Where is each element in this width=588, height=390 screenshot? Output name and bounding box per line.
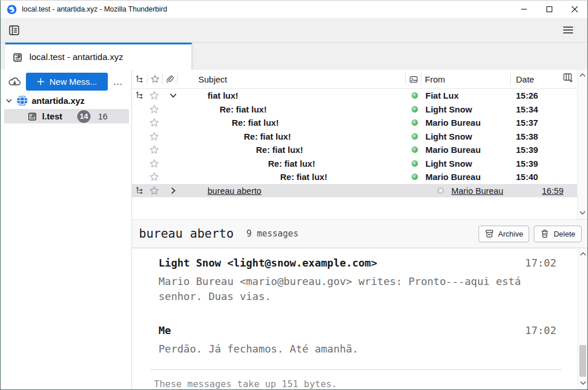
message-sender: Light Snow <light@snow.example.com> xyxy=(159,257,377,269)
from-cell: Mario Bureau xyxy=(448,186,537,196)
star-icon[interactable] xyxy=(147,117,161,129)
from-cell: Light Snow xyxy=(422,159,511,168)
message-list-scrollbar[interactable] xyxy=(577,70,587,219)
date-cell: 16:59 xyxy=(537,186,577,196)
star-icon[interactable] xyxy=(147,90,161,102)
message-time: 17:02 xyxy=(525,257,556,269)
maximize-button[interactable] xyxy=(537,1,562,18)
subject-column-label: Subject xyxy=(178,74,227,84)
scrollbar-thumb[interactable] xyxy=(579,345,586,377)
new-message-dot xyxy=(412,160,418,167)
message-summary[interactable]: Me 17:02 Perdão. Já fechamos. Até amanhã… xyxy=(159,324,556,357)
paperclip-icon xyxy=(165,75,174,84)
close-button[interactable] xyxy=(562,1,587,18)
from-column-label: From xyxy=(425,74,445,84)
subject-cell: fiat lux! xyxy=(184,91,407,100)
star-icon[interactable] xyxy=(147,144,161,156)
folder-pane-options-icon[interactable]: … xyxy=(113,76,123,88)
new-message-button[interactable]: New Mess... xyxy=(26,73,108,91)
message-row[interactable]: Re: fiat lux! Light Snow 15:34 xyxy=(132,103,577,117)
folder-item-ltest[interactable]: l.test 14 16 xyxy=(4,109,129,123)
spaces-toolbar-toggle-icon[interactable] xyxy=(6,22,21,38)
scroll-down-icon[interactable] xyxy=(578,211,587,215)
account-row[interactable]: antartida.xyz xyxy=(1,92,131,108)
subject-cell: Re: fiat lux! xyxy=(184,104,407,114)
message-time: 17:02 xyxy=(525,324,556,336)
expand-thread-icon[interactable] xyxy=(161,185,184,196)
subject-cell: Re: fiat lux! xyxy=(184,172,407,182)
thunderbird-logo-icon xyxy=(7,5,17,14)
tab-label: local.test - antartida.xyz xyxy=(29,52,123,62)
message-row[interactable]: Re: fiat lux! Light Snow 15:38 xyxy=(132,130,577,144)
thread-column-header[interactable] xyxy=(132,73,147,85)
globe-icon xyxy=(16,95,28,107)
new-message-dot xyxy=(412,133,418,140)
archive-icon xyxy=(485,229,494,238)
subject-cell: Re: fiat lux! xyxy=(184,132,407,141)
unified-toolbar xyxy=(1,18,587,42)
star-icon xyxy=(150,74,160,84)
message-snippet: Mario Bureau <mario@bureau.gov> writes: … xyxy=(159,274,540,303)
total-count: 16 xyxy=(98,111,108,121)
app-menu-icon[interactable] xyxy=(560,22,576,38)
status-column-header[interactable] xyxy=(406,73,421,85)
trash-icon xyxy=(540,229,549,238)
date-column-header[interactable]: Date xyxy=(511,73,577,85)
message-row[interactable]: fiat lux! Fiat Lux 15:26 xyxy=(132,89,577,103)
date-cell: 15:40 xyxy=(511,172,577,182)
thunderbird-window: local.test - antartida.xyz - Mozilla Thu… xyxy=(0,0,588,390)
star-icon[interactable] xyxy=(147,171,161,183)
message-row[interactable]: Re: fiat lux! Mario Bureau 15:37 xyxy=(132,116,577,130)
minimize-button[interactable] xyxy=(511,1,537,18)
window-title: local.test - antartida.xyz - Mozilla Thu… xyxy=(22,5,167,13)
subject-cell: Re: fiat lux! xyxy=(184,145,407,155)
star-icon[interactable] xyxy=(147,185,161,196)
from-cell: Mario Bureau xyxy=(422,145,511,155)
from-cell: Mario Bureau xyxy=(422,172,511,182)
scroll-up-icon[interactable] xyxy=(578,252,587,256)
star-icon[interactable] xyxy=(147,158,161,169)
chevron-down-icon[interactable] xyxy=(5,97,13,104)
star-column-header[interactable] xyxy=(148,73,162,85)
tab-local-test[interactable]: local.test - antartida.xyz xyxy=(5,43,192,70)
message-row[interactable]: Re: fiat lux! Mario Bureau 15:39 xyxy=(132,143,577,157)
column-picker-icon[interactable] xyxy=(563,72,574,83)
archive-button[interactable]: Archive xyxy=(478,226,529,242)
attachment-column-header[interactable] xyxy=(163,73,177,85)
message-pane-scrollbar[interactable] xyxy=(578,249,587,389)
star-icon[interactable] xyxy=(147,130,161,142)
delete-button[interactable]: Delete xyxy=(534,226,582,242)
subject-cell: Re: fiat lux! xyxy=(184,159,407,168)
title-bar: local.test - antartida.xyz - Mozilla Thu… xyxy=(1,1,587,18)
scroll-up-icon[interactable] xyxy=(578,73,587,77)
subject-column-header[interactable]: Subject xyxy=(178,73,405,85)
message-row[interactable]: Re: fiat lux! Light Snow 15:39 xyxy=(132,157,577,171)
subject-cell: bureau aberto xyxy=(184,186,433,196)
divider xyxy=(150,369,562,370)
message-row[interactable]: Re: fiat lux! Mario Bureau 15:40 xyxy=(132,170,577,184)
message-summary[interactable]: Light Snow <light@snow.example.com> 17:0… xyxy=(159,257,556,303)
scroll-down-icon[interactable] xyxy=(578,381,587,385)
new-message-dot xyxy=(412,106,418,112)
get-messages-cloud-icon[interactable] xyxy=(6,74,22,90)
from-cell: Light Snow xyxy=(422,132,511,141)
new-message-dot xyxy=(412,147,418,153)
new-message-dot xyxy=(412,119,418,126)
thread-icon xyxy=(135,91,144,100)
new-message-dot xyxy=(412,174,418,180)
thread-size-note: These messages take up 151 bytes. xyxy=(154,378,587,389)
thread-header-bar: bureau aberto 9 messages Archive xyxy=(132,219,587,248)
message-rows: fiat lux! Fiat Lux 15:26 Re: fiat lux! L… xyxy=(132,89,587,219)
collapse-thread-icon[interactable] xyxy=(161,90,184,102)
message-row-selected[interactable]: bureau aberto Mario Bureau 16:59 xyxy=(132,184,577,198)
account-name: antartida.xyz xyxy=(32,96,85,106)
message-list-header: Subject From xyxy=(132,70,587,89)
date-cell: 15:39 xyxy=(511,145,577,155)
message-snippet: Perdão. Já fechamos. Até amanhã. xyxy=(159,342,540,357)
thread-icon xyxy=(135,75,144,84)
date-cell: 15:37 xyxy=(511,118,577,127)
tab-strip: local.test - antartida.xyz xyxy=(1,42,587,70)
from-column-header[interactable]: From xyxy=(421,73,510,85)
folder-name: l.test xyxy=(42,111,62,121)
star-icon[interactable] xyxy=(147,103,161,115)
